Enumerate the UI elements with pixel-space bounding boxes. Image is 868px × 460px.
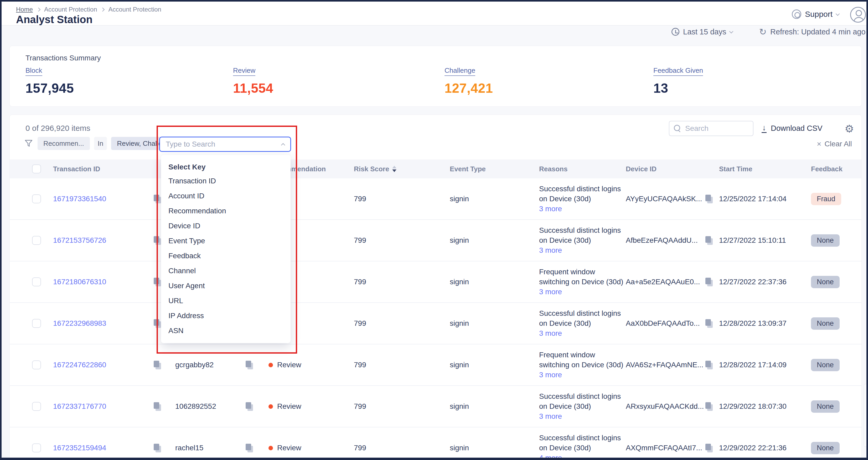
download-csv-label: Download CSV bbox=[771, 124, 823, 133]
sort-icon[interactable] bbox=[392, 166, 397, 172]
dropdown-option-channel[interactable]: Channel bbox=[168, 263, 290, 278]
dropdown-option-user-agent[interactable]: User Agent bbox=[168, 278, 290, 293]
more-reasons-link[interactable]: 3 more bbox=[539, 411, 562, 421]
copy-icon[interactable] bbox=[705, 194, 714, 204]
feedback-badge: None bbox=[811, 276, 840, 288]
row-checkbox[interactable] bbox=[32, 319, 41, 328]
metric-review-label[interactable]: Review bbox=[233, 66, 255, 76]
more-reasons-link[interactable]: 3 more bbox=[539, 204, 562, 214]
transaction-id-link[interactable]: 1672337176770 bbox=[53, 402, 106, 410]
row-checkbox[interactable] bbox=[32, 236, 41, 245]
metric-challenge-label[interactable]: Challenge bbox=[444, 66, 475, 76]
table-settings-button[interactable]: ⚙ bbox=[845, 123, 854, 135]
recommendation-label: Review bbox=[277, 361, 301, 369]
more-reasons-link[interactable]: 3 more bbox=[539, 370, 562, 380]
user-avatar[interactable] bbox=[850, 7, 866, 23]
time-range-label: Last 15 days bbox=[683, 28, 726, 36]
breadcrumb-home[interactable]: Home bbox=[16, 6, 33, 13]
metric-block-label[interactable]: Block bbox=[26, 66, 42, 76]
search-icon bbox=[674, 125, 681, 132]
copy-icon[interactable] bbox=[705, 277, 714, 287]
row-checkbox[interactable] bbox=[32, 402, 41, 411]
breadcrumb-item[interactable]: Account Protection bbox=[44, 6, 97, 13]
feedback-badge: None bbox=[811, 442, 840, 454]
select-all-checkbox[interactable] bbox=[32, 164, 41, 174]
dropdown-option-transaction-id[interactable]: Transaction ID bbox=[168, 174, 290, 188]
reasons-cell: Successful distinct logins on Device (30… bbox=[539, 184, 626, 214]
reason-text: Successful distinct logins on Device (30… bbox=[539, 392, 626, 411]
metric-feedback-given-value: 13 bbox=[653, 81, 703, 96]
dropdown-option-asn[interactable]: ASN bbox=[168, 323, 290, 338]
dropdown-option-event-type[interactable]: Event Type bbox=[168, 233, 290, 248]
copy-icon[interactable] bbox=[153, 235, 162, 246]
metric-feedback-given-label[interactable]: Feedback Given bbox=[653, 66, 703, 76]
transaction-id-link[interactable]: 1672352159494 bbox=[53, 444, 106, 452]
transaction-id-link[interactable]: 1672153756726 bbox=[53, 236, 106, 245]
copy-icon[interactable] bbox=[245, 360, 254, 370]
col-device-id[interactable]: Device ID bbox=[626, 165, 705, 173]
row-checkbox[interactable] bbox=[32, 361, 41, 369]
copy-icon[interactable] bbox=[153, 194, 162, 204]
app-frame: Home Account Protection Account Protecti… bbox=[0, 0, 868, 460]
dropdown-option-account-id[interactable]: Account ID bbox=[168, 188, 290, 203]
col-start-time[interactable]: Start Time bbox=[719, 165, 811, 173]
row-checkbox[interactable] bbox=[32, 194, 41, 203]
search-input[interactable] bbox=[685, 124, 746, 133]
clear-all-button[interactable]: × Clear All bbox=[817, 140, 852, 148]
copy-icon[interactable] bbox=[153, 360, 162, 370]
transaction-id-link[interactable]: 1672180676310 bbox=[53, 278, 106, 286]
dropdown-option-feedback[interactable]: Feedback bbox=[168, 248, 290, 263]
filter-key-combobox[interactable] bbox=[159, 136, 291, 152]
more-reasons-link[interactable]: 3 more bbox=[539, 287, 562, 297]
copy-icon[interactable] bbox=[153, 318, 162, 329]
col-transaction-id[interactable]: Transaction ID bbox=[53, 165, 153, 173]
event-type-cell: signin bbox=[450, 402, 539, 410]
copy-icon[interactable] bbox=[705, 360, 714, 370]
device-id-cell: AVA6Sz+FAQAAmNE... bbox=[626, 361, 703, 369]
copy-icon[interactable] bbox=[705, 443, 714, 453]
scrollbar-thumb[interactable] bbox=[864, 384, 867, 447]
transaction-id-link[interactable]: 1671973361540 bbox=[53, 195, 106, 203]
transaction-id-link[interactable]: 1672247622860 bbox=[53, 361, 106, 369]
refresh-button[interactable]: ↻ Refresh: Updated 4 min ago bbox=[759, 27, 865, 36]
support-menu[interactable]: Support bbox=[792, 9, 839, 19]
time-range-selector[interactable]: Last 15 days bbox=[672, 28, 733, 36]
transaction-id-link[interactable]: 1672232968983 bbox=[53, 319, 106, 328]
copy-icon[interactable] bbox=[705, 235, 714, 246]
dropdown-option-url[interactable]: URL bbox=[168, 293, 290, 308]
copy-icon[interactable] bbox=[245, 443, 254, 453]
more-reasons-link[interactable]: 4 more bbox=[539, 453, 562, 460]
copy-icon[interactable] bbox=[245, 401, 254, 412]
filter-key-input[interactable] bbox=[166, 140, 282, 148]
row-checkbox[interactable] bbox=[32, 443, 41, 452]
refresh-status: Refresh: Updated 4 min ago bbox=[770, 28, 866, 36]
col-event-type[interactable]: Event Type bbox=[450, 165, 539, 173]
col-reasons[interactable]: Reasons bbox=[539, 164, 626, 174]
summary-title: Transactions Summary bbox=[26, 54, 101, 62]
table-search[interactable] bbox=[669, 121, 753, 136]
col-risk-score[interactable]: Risk Score bbox=[354, 165, 450, 173]
row-checkbox[interactable] bbox=[32, 277, 41, 286]
start-time-cell: 12/28/2022 13:09:37 bbox=[719, 319, 811, 328]
filter-chip-key[interactable]: Recommen... bbox=[37, 137, 90, 150]
copy-icon[interactable] bbox=[153, 277, 162, 287]
copy-icon[interactable] bbox=[705, 318, 714, 329]
copy-icon[interactable] bbox=[153, 401, 162, 412]
dropdown-option-ip-address[interactable]: IP Address bbox=[168, 308, 290, 323]
more-reasons-link[interactable]: 3 more bbox=[539, 328, 562, 338]
col-feedback[interactable]: Feedback bbox=[811, 165, 862, 173]
copy-icon[interactable] bbox=[153, 443, 162, 453]
feedback-badge: Fraud bbox=[811, 193, 841, 205]
reason-text: Successful distinct logins on Device (30… bbox=[539, 225, 626, 245]
download-csv-button[interactable]: ↓ Download CSV bbox=[762, 124, 823, 133]
more-reasons-link[interactable]: 3 more bbox=[539, 245, 562, 255]
breadcrumb-separator-icon bbox=[36, 7, 41, 11]
dropdown-option-recommendation[interactable]: Recommendation bbox=[168, 203, 290, 218]
review-dot-icon bbox=[269, 363, 273, 367]
top-bar: Home Account Protection Account Protecti… bbox=[2, 2, 866, 26]
filter-chip-operator[interactable]: In bbox=[94, 137, 107, 150]
event-type-cell: signin bbox=[450, 444, 539, 452]
copy-icon[interactable] bbox=[705, 401, 714, 412]
recommendation-label: Review bbox=[277, 402, 301, 410]
dropdown-option-device-id[interactable]: Device ID bbox=[168, 218, 290, 233]
